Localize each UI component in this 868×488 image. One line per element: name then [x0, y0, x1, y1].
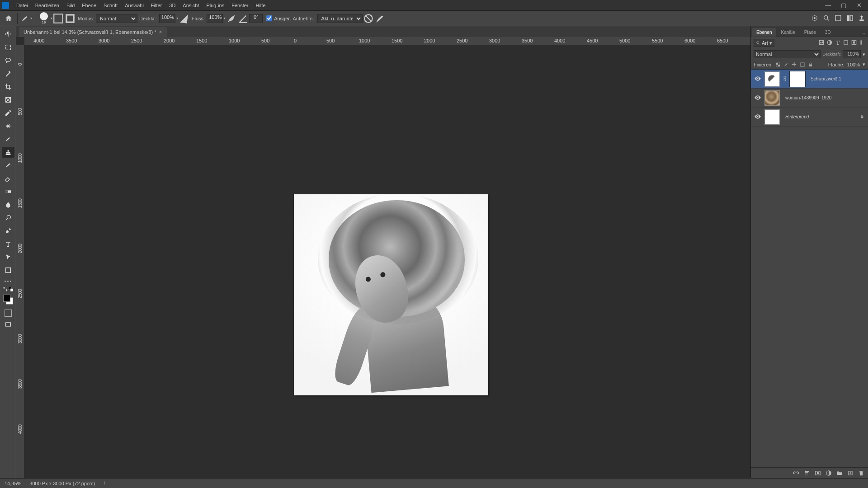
lasso-tool[interactable] — [2, 55, 14, 66]
airbrush-button[interactable] — [226, 13, 237, 24]
magic-wand-tool[interactable] — [2, 68, 14, 79]
lock-paint-icon[interactable] — [783, 62, 789, 67]
shape-tool[interactable] — [2, 265, 14, 276]
filter-adjust-icon[interactable] — [826, 39, 833, 47]
layer-lock-icon[interactable] — [860, 114, 864, 120]
filter-shape-icon[interactable] — [843, 39, 849, 47]
share-button[interactable] — [858, 14, 865, 23]
layer-blend-mode-select[interactable]: Normal — [754, 50, 821, 58]
move-tool[interactable] — [2, 29, 14, 40]
filter-toggle[interactable] — [859, 39, 865, 47]
filter-smart-icon[interactable] — [851, 39, 857, 47]
menu-datei[interactable]: Datei — [13, 0, 32, 11]
menu-3d[interactable]: 3D — [165, 0, 179, 11]
menu-filter[interactable]: Filter — [147, 0, 165, 11]
home-button[interactable] — [3, 13, 14, 24]
adjustment-thumb[interactable] — [764, 71, 780, 87]
menu-ebene[interactable]: Ebene — [78, 0, 100, 11]
panel-menu-button[interactable]: ≡ — [860, 31, 868, 37]
history-brush-tool[interactable] — [2, 160, 14, 171]
add-mask-button[interactable] — [815, 470, 821, 476]
fill-value[interactable]: 100% — [847, 62, 860, 67]
brush-tool[interactable] — [2, 134, 14, 145]
layer-row[interactable]: woman-1439909_1920 — [751, 89, 868, 108]
new-group-button[interactable] — [836, 470, 843, 476]
layer-opacity-dropdown[interactable]: ▾ — [863, 52, 865, 57]
filter-type-icon[interactable] — [835, 39, 841, 47]
fill-dropdown[interactable]: ▾ — [863, 61, 865, 67]
horizontal-ruler[interactable]: 4000350030002500200015001000500050010001… — [24, 37, 750, 45]
menu-hilfe[interactable]: Hilfe — [252, 0, 269, 11]
window-close-button[interactable]: ✕ — [852, 1, 866, 10]
layer-name[interactable]: Schwarzweiß 1 — [811, 76, 841, 81]
edit-toolbar-button[interactable] — [5, 281, 11, 282]
healing-brush-tool[interactable] — [2, 121, 14, 131]
aligned-checkbox[interactable]: Ausger. — [266, 15, 291, 21]
screen-mode-button[interactable] — [2, 319, 14, 330]
menu-bearbeiten[interactable]: Bearbeiten — [32, 0, 63, 11]
canvas[interactable] — [24, 45, 750, 478]
layer-mask-thumb[interactable] — [790, 71, 805, 87]
document-tab-close[interactable]: × — [159, 29, 162, 35]
new-layer-button[interactable] — [847, 470, 854, 476]
artboard[interactable] — [294, 194, 488, 395]
layer-mask-link-icon[interactable] — [783, 75, 787, 83]
tab-pfade[interactable]: Pfade — [800, 28, 821, 37]
blur-tool[interactable] — [2, 199, 14, 210]
zoom-level[interactable]: 14,35% — [5, 481, 21, 486]
lock-all-icon[interactable] — [808, 62, 813, 67]
brush-panel-button[interactable] — [52, 13, 64, 24]
opacity-value[interactable]: 100% — [159, 14, 175, 23]
foreground-background-colors[interactable] — [3, 295, 13, 305]
layer-filter-type[interactable]: Art▾ — [754, 39, 774, 47]
pressure-opacity-button[interactable] — [178, 13, 190, 24]
link-layers-button[interactable] — [793, 470, 799, 476]
document-dimensions[interactable]: 3000 Px x 3000 Px (72 ppcm) — [29, 481, 95, 486]
layer-visibility-toggle[interactable] — [753, 95, 763, 101]
swap-colors-icon[interactable] — [3, 287, 8, 291]
layer-visibility-toggle[interactable] — [753, 76, 763, 82]
search-button[interactable] — [823, 14, 830, 23]
lock-artboard-icon[interactable] — [800, 62, 805, 67]
crop-tool[interactable] — [2, 81, 14, 92]
layer-opacity-value[interactable]: 100% — [843, 50, 861, 58]
cloud-docs-button[interactable] — [811, 14, 818, 23]
blend-mode-select[interactable]: Normal — [96, 14, 137, 23]
tool-preset-button[interactable]: ▾ — [20, 13, 32, 24]
path-selection-tool[interactable] — [2, 252, 14, 263]
default-colors-icon[interactable] — [9, 287, 13, 291]
layer-style-button[interactable]: fx — [804, 470, 810, 476]
sample-mode-select[interactable]: Akt. u. darunter — [317, 14, 363, 23]
ignore-adjustments-button[interactable] — [363, 13, 374, 24]
pressure-size-button[interactable] — [374, 13, 386, 24]
marquee-tool[interactable] — [2, 42, 14, 53]
status-info-dropdown[interactable]: 〉 — [103, 480, 108, 487]
layer-thumb[interactable] — [764, 90, 780, 106]
add-adjustment-button[interactable] — [826, 470, 832, 476]
gradient-tool[interactable] — [2, 186, 14, 197]
clone-source-panel-button[interactable] — [64, 13, 76, 24]
delete-layer-button[interactable] — [858, 470, 864, 476]
layer-row[interactable]: Schwarzweiß 1 — [751, 70, 868, 89]
menu-schrift[interactable]: Schrift — [100, 0, 121, 11]
lock-position-icon[interactable] — [792, 62, 797, 67]
vertical-ruler[interactable]: 05001000150020002500300035004000 — [16, 45, 24, 478]
brush-preview[interactable] — [40, 12, 48, 20]
clone-stamp-tool[interactable] — [2, 147, 14, 158]
layer-name[interactable]: woman-1439909_1920 — [785, 95, 831, 100]
layer-visibility-toggle[interactable] — [753, 114, 763, 120]
tab-3d[interactable]: 3D — [821, 28, 835, 37]
tab-kanaele[interactable]: Kanäle — [776, 28, 799, 37]
menu-bild[interactable]: Bild — [63, 0, 78, 11]
dodge-tool[interactable] — [2, 212, 14, 223]
filter-pixel-icon[interactable] — [818, 39, 825, 47]
type-tool[interactable] — [2, 239, 14, 249]
angle-value[interactable]: 0° — [249, 14, 263, 23]
menu-auswahl[interactable]: Auswahl — [121, 0, 147, 11]
window-maximize-button[interactable]: ▢ — [836, 1, 851, 10]
quick-mask-button[interactable] — [5, 310, 12, 317]
frame-tool[interactable] — [2, 94, 14, 105]
layer-name[interactable]: Hintergrund — [785, 114, 809, 119]
layer-row[interactable]: Hintergrund — [751, 108, 868, 127]
layer-thumb[interactable] — [764, 109, 780, 125]
